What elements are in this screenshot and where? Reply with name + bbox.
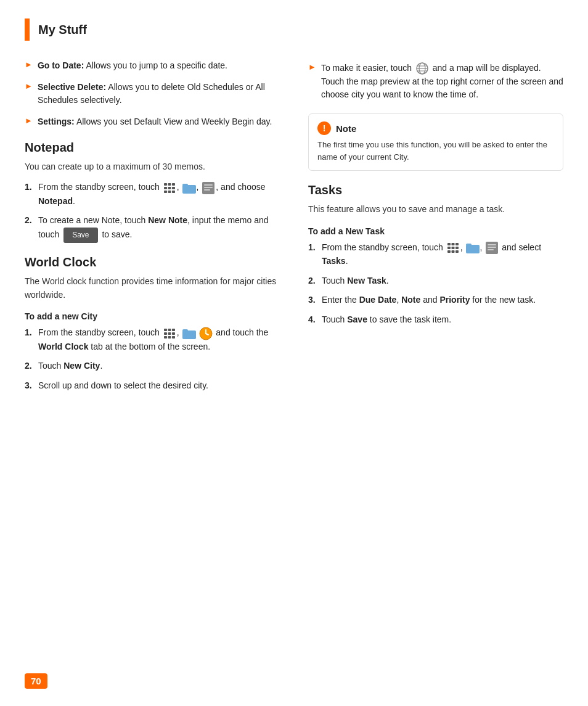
svg-rect-44: [466, 244, 472, 246]
svg-rect-16: [168, 329, 171, 331]
notepad-desc: You can create up to a maximum of 30 mem…: [25, 160, 284, 173]
svg-rect-46: [488, 244, 496, 245]
svg-rect-47: [488, 247, 496, 248]
svg-rect-35: [451, 243, 454, 245]
notepad-step-1: 1. From the standby screen, touch: [25, 181, 284, 208]
tasks-step-4: 4. Touch Save to save the task item.: [308, 313, 563, 327]
globe-icon: [415, 62, 429, 75]
dots-icon: [163, 327, 176, 340]
note-content: The first time you use this function, yo…: [317, 139, 554, 163]
svg-rect-19: [168, 332, 171, 335]
world-clock-desc: The World clock function provides time i…: [25, 274, 284, 302]
world-clock-heading: World Clock: [25, 255, 284, 269]
notepad-heading: Notepad: [25, 141, 284, 155]
svg-rect-12: [204, 184, 213, 186]
svg-rect-48: [488, 249, 494, 250]
notepad-icon-tasks: [485, 241, 499, 255]
arrow-icon: ►: [308, 62, 316, 72]
header-bar: [25, 18, 30, 41]
svg-rect-17: [172, 329, 175, 331]
folder-icon: [182, 328, 196, 339]
bullet-goto-date: ► Go to Date: Allows you to jump to a sp…: [25, 59, 284, 72]
step-content: From the standby screen, touch: [38, 326, 284, 353]
svg-rect-37: [447, 247, 451, 249]
page-header: My Stuff: [25, 18, 563, 41]
main-columns: ► Go to Date: Allows you to jump to a sp…: [25, 59, 563, 399]
svg-rect-25: [182, 329, 188, 332]
arrow-icon: ►: [25, 60, 33, 69]
step-number: 2.: [25, 214, 38, 228]
step-number: 2.: [25, 359, 38, 373]
svg-rect-24: [182, 330, 196, 339]
world-clock-step-1: 1. From the standby screen, touch: [25, 326, 284, 353]
tasks-heading: Tasks: [308, 183, 563, 197]
svg-rect-42: [455, 250, 459, 253]
svg-rect-43: [466, 245, 480, 253]
page-number: 70: [25, 673, 47, 689]
folder-icon: [182, 183, 196, 194]
arrow-icon: ►: [25, 81, 33, 91]
dots-icon: [163, 181, 176, 195]
note-box: ! Note The first time you use this funct…: [308, 113, 563, 171]
step-number: 1.: [308, 241, 322, 255]
selective-delete-text: Selective Delete: Allows you to delete O…: [38, 81, 284, 107]
tasks-step-3: 3. Enter the Due Date, Note and Priority…: [308, 293, 563, 307]
tasks-sub-heading: To add a New Task: [308, 226, 563, 236]
svg-rect-4: [168, 187, 171, 189]
svg-rect-8: [172, 191, 175, 193]
svg-rect-5: [172, 187, 175, 189]
world-clock-step-2: 2. Touch New City.: [25, 359, 284, 373]
notepad-steps: 1. From the standby screen, touch: [25, 181, 284, 242]
note-title: Note: [336, 123, 356, 134]
svg-rect-10: [182, 184, 188, 186]
world-clock-step-3: 3. Scroll up and down to select the desi…: [25, 379, 284, 393]
svg-rect-2: [172, 183, 175, 186]
world-clock-steps: 1. From the standby screen, touch: [25, 326, 284, 392]
svg-rect-1: [168, 183, 171, 186]
svg-rect-7: [168, 191, 171, 193]
svg-rect-39: [455, 247, 459, 249]
svg-rect-18: [164, 332, 167, 335]
note-header: ! Note: [317, 121, 554, 135]
svg-rect-21: [164, 336, 167, 339]
dots-icon: [446, 241, 460, 255]
folder-icon: [466, 242, 480, 253]
svg-rect-9: [182, 185, 196, 194]
right-column: ► To make it easier, touch and a map wil…: [308, 59, 563, 399]
svg-rect-36: [455, 243, 459, 245]
svg-rect-20: [172, 332, 175, 335]
page: My Stuff ► Go to Date: Allows you to jum…: [0, 0, 588, 706]
step-number: 1.: [25, 326, 38, 340]
svg-rect-14: [204, 189, 210, 191]
svg-rect-34: [447, 243, 451, 245]
bullet-selective-delete: ► Selective Delete: Allows you to delete…: [25, 81, 284, 107]
step-content: Enter the Due Date, Note and Priority fo…: [322, 293, 536, 307]
step-number: 3.: [25, 379, 38, 393]
tasks-steps: 1. From the standby screen, touch: [308, 241, 563, 327]
step-number: 2.: [308, 274, 322, 288]
arrow-icon: ►: [25, 116, 33, 125]
step-content: Touch Save to save the task item.: [322, 313, 451, 327]
notepad-step-2: 2. To create a new Note, touch New Note,…: [25, 214, 284, 242]
step-content: From the standby screen, touch: [322, 241, 563, 268]
svg-rect-15: [164, 329, 167, 331]
svg-rect-23: [172, 336, 175, 339]
svg-rect-6: [164, 191, 167, 193]
settings-text: Settings: Allows you set Default View an…: [38, 115, 272, 128]
svg-rect-40: [447, 250, 451, 253]
svg-rect-3: [164, 187, 167, 189]
bullet-settings: ► Settings: Allows you set Default View …: [25, 115, 284, 128]
save-button-label: Save: [63, 228, 97, 243]
step-content: Touch New Task.: [322, 274, 389, 288]
step-number: 1.: [25, 181, 38, 194]
step-content: Touch New City.: [38, 359, 102, 373]
step-number: 3.: [308, 293, 322, 307]
world-clock-sub-heading: To add a new City: [25, 311, 284, 321]
globe-bullet: ► To make it easier, touch and a map wil…: [308, 62, 563, 101]
page-title: My Stuff: [38, 23, 87, 37]
notepad-icon: [202, 181, 215, 195]
svg-rect-22: [168, 336, 171, 339]
clock-icon: [199, 327, 213, 340]
tasks-step-1: 1. From the standby screen, touch: [308, 241, 563, 268]
goto-date-text: Go to Date: Allows you to jump to a spec…: [38, 59, 227, 72]
